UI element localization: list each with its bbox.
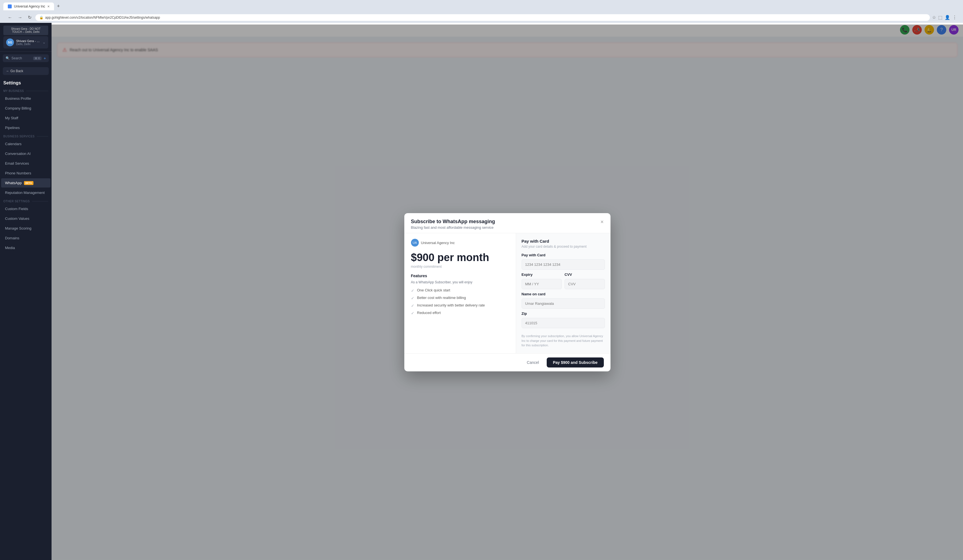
modal-header: Subscribe to WhatsApp messaging Blazing … xyxy=(404,213,611,233)
price-commitment: monthly commitment xyxy=(411,265,509,269)
expiry-label: Expiry xyxy=(522,272,562,277)
cvv-input[interactable] xyxy=(564,279,605,289)
sidebar-item-domains[interactable]: Domains xyxy=(1,233,50,243)
sidebar-item-label: WhatsApp xyxy=(5,181,22,185)
search-plus-icon: + xyxy=(44,56,46,60)
sidebar-item-my-staff[interactable]: My Staff xyxy=(1,113,50,123)
sidebar-item-business-profile[interactable]: Business Profile xyxy=(1,94,50,103)
feature-item-1: ✓ One Click quick start xyxy=(411,288,509,293)
consent-text: By confirming your subscription, you all… xyxy=(522,334,605,348)
sidebar: Shivani Gera - DO NOT TOUCH -- Delhi, De… xyxy=(0,23,52,560)
back-button[interactable]: ← xyxy=(6,14,14,21)
sidebar-item-label: Custom Values xyxy=(5,217,29,221)
cvv-label: CVV xyxy=(564,272,605,277)
check-icon-4: ✓ xyxy=(411,311,414,316)
address-bar[interactable]: 🔒 app.gohighlevel.com/v2/location/NFMlwV… xyxy=(36,14,930,21)
pay-section-sub: Add your card details & proceed to payme… xyxy=(522,244,605,249)
feature-text-3: Increased security with better delivery … xyxy=(417,303,485,307)
user-name: Shivani Gera - DO N... xyxy=(16,39,41,43)
zip-input[interactable] xyxy=(522,318,605,328)
cancel-button[interactable]: Cancel xyxy=(522,358,544,367)
expiry-input[interactable] xyxy=(522,279,562,289)
sidebar-section-my-business: MY BUSINESS xyxy=(0,87,52,94)
modal-body: UA Universal Agency Inc $900 per month m… xyxy=(404,233,611,353)
sidebar-item-conversation-ai[interactable]: Conversation AI xyxy=(1,149,50,158)
subscribe-modal: Subscribe to WhatsApp messaging Blazing … xyxy=(404,213,611,371)
name-label: Name on card xyxy=(522,292,605,296)
beta-badge: beta xyxy=(24,181,34,185)
sidebar-item-reputation-management[interactable]: Reputation Management xyxy=(1,188,50,197)
sidebar-item-calendars[interactable]: Calendars xyxy=(1,139,50,149)
search-bar[interactable]: 🔍 Search ⌘ K + xyxy=(3,54,49,62)
pay-section-title: Pay with Card xyxy=(522,239,605,243)
sidebar-item-email-services[interactable]: Email Services xyxy=(1,159,50,168)
user-info: Shivani Gera - DO N... Delhi, Delhi xyxy=(16,39,41,46)
new-tab-button[interactable]: + xyxy=(55,2,62,10)
tab-favicon xyxy=(8,5,12,8)
sidebar-item-label: Pipelines xyxy=(5,126,20,130)
modal-title-block: Subscribe to WhatsApp messaging Blazing … xyxy=(411,219,495,230)
sidebar-item-label: Company Billing xyxy=(5,106,31,110)
sidebar-item-custom-fields[interactable]: Custom Fields xyxy=(1,204,50,214)
menu-button[interactable]: ⋮ xyxy=(952,15,957,20)
sidebar-item-label: Reputation Management xyxy=(5,191,45,195)
sidebar-item-label: Email Services xyxy=(5,161,29,165)
feature-item-4: ✓ Reduced effort xyxy=(411,311,509,316)
sidebar-item-label: Conversation AI xyxy=(5,152,31,156)
sidebar-item-label: Business Profile xyxy=(5,96,31,100)
sidebar-item-pipelines[interactable]: Pipelines xyxy=(1,123,50,132)
sidebar-item-whatsapp[interactable]: WhatsApp beta xyxy=(1,178,50,188)
pay-subscribe-button[interactable]: Pay $900 and Subscribe xyxy=(547,358,603,367)
zip-label: Zip xyxy=(522,311,605,316)
sidebar-item-label: Media xyxy=(5,246,15,250)
modal-right: Pay with Card Add your card details & pr… xyxy=(516,233,611,353)
feature-text-4: Reduced effort xyxy=(417,311,441,315)
check-icon-1: ✓ xyxy=(411,288,414,293)
sidebar-item-manage-scoring[interactable]: Manage Scoring xyxy=(1,224,50,233)
modal-title: Subscribe to WhatsApp messaging xyxy=(411,219,495,225)
app-layout: Shivani Gera - DO NOT TOUCH -- Delhi, De… xyxy=(0,23,963,560)
check-icon-3: ✓ xyxy=(411,303,414,308)
modal-subtitle: Blazing fast and most affordable messagi… xyxy=(411,225,495,230)
card-label: Pay with Card xyxy=(522,253,605,257)
go-back-button[interactable]: ← Go Back xyxy=(3,67,49,75)
price-display: $900 per month xyxy=(411,252,509,264)
card-number-input[interactable] xyxy=(522,259,605,270)
expiry-group: Expiry xyxy=(522,272,562,289)
chevron-down-icon: ⌄ xyxy=(43,40,45,44)
sidebar-item-label: Phone Numbers xyxy=(5,171,31,175)
user-switcher[interactable]: SG Shivani Gera - DO N... Delhi, Delhi ⌄ xyxy=(3,36,48,49)
sidebar-item-label: Domains xyxy=(5,236,19,240)
sidebar-item-company-billing[interactable]: Company Billing xyxy=(1,104,50,113)
extensions-button[interactable]: ⬚ xyxy=(938,15,942,20)
lock-icon: 🔒 xyxy=(39,16,44,19)
sidebar-item-label: Calendars xyxy=(5,142,21,146)
active-tab[interactable]: Universal Agency Inc × xyxy=(3,3,54,10)
sidebar-item-phone-numbers[interactable]: Phone Numbers xyxy=(1,168,50,178)
check-icon-2: ✓ xyxy=(411,296,414,300)
profile-button[interactable]: 👤 xyxy=(945,15,950,20)
sidebar-header: Shivani Gera - DO NOT TOUCH -- Delhi, De… xyxy=(0,23,52,52)
refresh-button[interactable]: ↻ xyxy=(26,14,33,21)
sidebar-item-custom-values[interactable]: Custom Values xyxy=(1,214,50,223)
sidebar-item-label: Manage Scoring xyxy=(5,226,31,230)
feature-text-1: One Click quick start xyxy=(417,288,450,292)
toolbar-icons: ☆ ⬚ 👤 ⋮ xyxy=(932,15,957,20)
name-input[interactable] xyxy=(522,298,605,309)
features-title: Features xyxy=(411,274,509,278)
search-shortcut: ⌘ K xyxy=(33,57,41,60)
feature-item-2: ✓ Better cost with realtime billing xyxy=(411,296,509,300)
card-expiry-cvv-row: Expiry CVV xyxy=(522,272,605,289)
tab-close-button[interactable]: × xyxy=(47,4,50,9)
sidebar-item-label: My Staff xyxy=(5,116,18,120)
modal-overlay: Subscribe to WhatsApp messaging Blazing … xyxy=(52,24,963,560)
company-row: UA Universal Agency Inc xyxy=(411,239,509,246)
sidebar-item-media[interactable]: Media xyxy=(1,243,50,252)
user-location: Delhi, Delhi xyxy=(16,43,41,46)
modal-close-button[interactable]: × xyxy=(600,219,604,225)
company-name: Universal Agency Inc xyxy=(421,241,455,245)
bookmark-button[interactable]: ☆ xyxy=(932,15,936,20)
feature-text-2: Better cost with realtime billing xyxy=(417,296,466,300)
forward-button[interactable]: → xyxy=(16,14,24,21)
company-avatar: UA xyxy=(411,239,419,246)
